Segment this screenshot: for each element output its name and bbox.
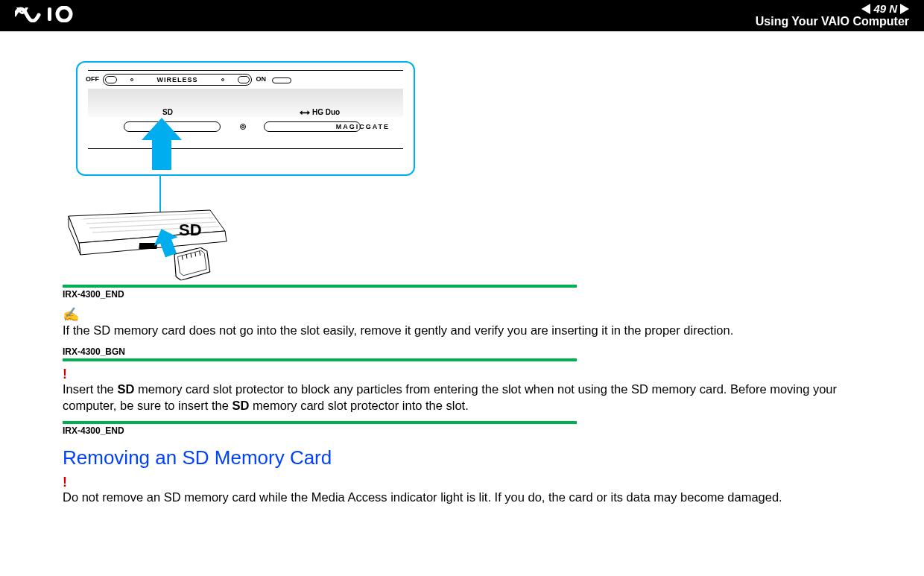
- prev-page-icon[interactable]: [861, 4, 870, 14]
- marker-end-1: IRX-4300_END: [63, 289, 924, 300]
- vaio-logo: [15, 6, 97, 25]
- magicgate-label: MAGICGATE: [336, 123, 390, 130]
- tip-text: If the SD memory card does not go into t…: [63, 323, 733, 337]
- wireless-label: WIRELESS: [156, 76, 197, 83]
- callout-panel: OFF WIRELESS ON SD HG Duo MAGICGATE: [76, 61, 415, 176]
- header-title: Using Your VAIO Computer: [756, 15, 909, 28]
- green-bar: [63, 285, 577, 288]
- page-header: 49 N Using Your VAIO Computer: [0, 0, 924, 31]
- svg-rect-0: [48, 7, 51, 21]
- hg-duo-text: HG Duo: [312, 108, 340, 116]
- n-letter: N: [889, 3, 897, 16]
- hg-duo-label: HG Duo: [300, 108, 340, 116]
- t: SD: [232, 399, 249, 412]
- marker-end-2: IRX-4300_END: [63, 425, 924, 436]
- svg-point-1: [57, 7, 71, 21]
- t: SD: [117, 382, 134, 396]
- warning-note-2: ! Do not remove an SD memory card while …: [63, 475, 882, 505]
- wireless-switch: OFF WIRELESS ON: [103, 74, 252, 86]
- page-number: 49: [873, 3, 886, 16]
- biarrow-icon: [300, 110, 310, 115]
- svg-marker-2: [142, 118, 182, 170]
- t: Insert the: [63, 382, 117, 396]
- marker-bgn: IRX-4300_BGN: [63, 346, 924, 357]
- warning-note-1: ! Insert the SD memory card slot protect…: [63, 367, 882, 414]
- green-bar: [63, 421, 577, 424]
- header-right: 49 N Using Your VAIO Computer: [751, 3, 909, 28]
- tip-note: ✍ If the SD memory card does not go into…: [63, 306, 882, 339]
- indicator-led: [240, 124, 246, 130]
- illustration: OFF WIRELESS ON SD HG Duo MAGICGATE: [76, 61, 419, 285]
- exclaim-icon: !: [63, 367, 882, 381]
- section-heading: Removing an SD Memory Card: [63, 446, 924, 469]
- note-icon: ✍: [63, 306, 882, 323]
- page-nav: 49 N: [861, 3, 909, 16]
- sd-label-big: SD: [179, 221, 202, 240]
- warn2-text: Do not remove an SD memory card while th…: [63, 490, 782, 504]
- warn1-text: Insert the SD memory card slot protector…: [63, 382, 837, 412]
- off-label: OFF: [86, 75, 99, 83]
- t: memory card slot protector into the slot…: [249, 399, 468, 412]
- next-page-icon[interactable]: [900, 4, 909, 14]
- exclaim-icon: !: [63, 475, 882, 489]
- green-bar: [63, 358, 577, 361]
- sd-slot-label: SD: [162, 108, 173, 116]
- insert-arrow-icon: [142, 118, 182, 170]
- on-label: ON: [256, 75, 267, 83]
- page-content: OFF WIRELESS ON SD HG Duo MAGICGATE: [0, 61, 924, 505]
